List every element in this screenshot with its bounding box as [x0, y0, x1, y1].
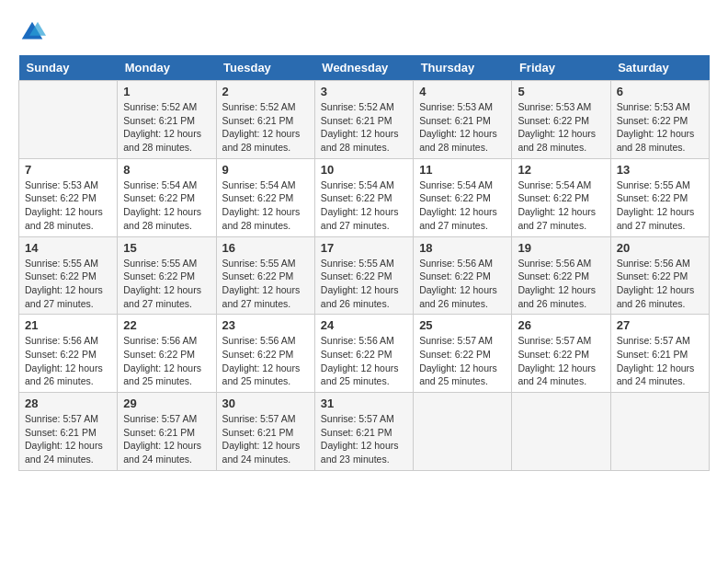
calendar-cell: 6Sunrise: 5:53 AM Sunset: 6:22 PM Daylig…: [610, 81, 709, 159]
calendar-cell: 4Sunrise: 5:53 AM Sunset: 6:21 PM Daylig…: [414, 81, 512, 159]
day-number: 6: [617, 85, 703, 98]
calendar-cell: 9Sunrise: 5:54 AM Sunset: 6:22 PM Daylig…: [216, 158, 314, 236]
day-number: 28: [25, 396, 111, 410]
day-detail: Sunrise: 5:56 AM Sunset: 6:22 PM Dayligh…: [321, 334, 407, 388]
calendar-cell: 22Sunrise: 5:56 AM Sunset: 6:22 PM Dayli…: [118, 315, 216, 393]
day-number: 5: [518, 85, 604, 98]
day-number: 7: [25, 163, 111, 177]
day-detail: Sunrise: 5:57 AM Sunset: 6:21 PM Dayligh…: [321, 412, 407, 466]
calendar-header-sunday: Sunday: [19, 55, 118, 81]
calendar-cell: 7Sunrise: 5:53 AM Sunset: 6:22 PM Daylig…: [19, 158, 118, 236]
logo: [18, 18, 50, 46]
day-number: 12: [518, 163, 604, 177]
day-detail: Sunrise: 5:55 AM Sunset: 6:22 PM Dayligh…: [123, 257, 210, 311]
calendar-week-row: 1Sunrise: 5:52 AM Sunset: 6:21 PM Daylig…: [19, 81, 710, 159]
day-detail: Sunrise: 5:56 AM Sunset: 6:22 PM Dayligh…: [123, 334, 210, 388]
calendar-header-row: SundayMondayTuesdayWednesdayThursdayFrid…: [19, 55, 710, 81]
day-detail: Sunrise: 5:57 AM Sunset: 6:21 PM Dayligh…: [123, 412, 210, 466]
day-detail: Sunrise: 5:56 AM Sunset: 6:22 PM Dayligh…: [25, 334, 111, 388]
day-detail: Sunrise: 5:53 AM Sunset: 6:22 PM Dayligh…: [25, 178, 111, 233]
day-number: 20: [617, 241, 703, 255]
day-detail: Sunrise: 5:56 AM Sunset: 6:22 PM Dayligh…: [617, 257, 703, 311]
calendar-cell: 20Sunrise: 5:56 AM Sunset: 6:22 PM Dayli…: [610, 236, 709, 315]
day-number: 24: [321, 318, 407, 332]
calendar-cell: 11Sunrise: 5:54 AM Sunset: 6:22 PM Dayli…: [414, 158, 512, 236]
day-number: 9: [222, 163, 309, 177]
calendar-header-wednesday: Wednesday: [314, 55, 413, 81]
calendar-cell: 27Sunrise: 5:57 AM Sunset: 6:21 PM Dayli…: [610, 315, 709, 393]
day-number: 18: [419, 241, 506, 255]
day-number: 11: [419, 163, 506, 177]
day-number: 15: [123, 241, 210, 255]
calendar-cell: 18Sunrise: 5:56 AM Sunset: 6:22 PM Dayli…: [414, 236, 512, 315]
calendar-cell: 12Sunrise: 5:54 AM Sunset: 6:22 PM Dayli…: [512, 158, 610, 236]
day-detail: Sunrise: 5:55 AM Sunset: 6:22 PM Dayligh…: [617, 178, 703, 233]
day-number: 16: [222, 241, 309, 255]
calendar-cell: 29Sunrise: 5:57 AM Sunset: 6:21 PM Dayli…: [118, 393, 216, 471]
day-detail: Sunrise: 5:54 AM Sunset: 6:22 PM Dayligh…: [419, 178, 506, 233]
day-number: 8: [123, 163, 210, 177]
page-header: [18, 18, 710, 46]
day-detail: Sunrise: 5:56 AM Sunset: 6:22 PM Dayligh…: [222, 334, 309, 388]
day-detail: Sunrise: 5:57 AM Sunset: 6:21 PM Dayligh…: [222, 412, 309, 466]
day-detail: Sunrise: 5:55 AM Sunset: 6:22 PM Dayligh…: [25, 257, 111, 311]
calendar-cell: 28Sunrise: 5:57 AM Sunset: 6:21 PM Dayli…: [19, 393, 118, 471]
calendar-cell: 15Sunrise: 5:55 AM Sunset: 6:22 PM Dayli…: [118, 236, 216, 315]
day-number: 22: [123, 318, 210, 332]
day-detail: Sunrise: 5:53 AM Sunset: 6:22 PM Dayligh…: [518, 100, 604, 155]
day-detail: Sunrise: 5:57 AM Sunset: 6:21 PM Dayligh…: [25, 412, 111, 466]
calendar-cell: [19, 81, 118, 159]
day-number: 4: [419, 85, 506, 98]
calendar-cell: 1Sunrise: 5:52 AM Sunset: 6:21 PM Daylig…: [118, 81, 216, 159]
calendar-cell: [414, 393, 512, 471]
day-detail: Sunrise: 5:53 AM Sunset: 6:21 PM Dayligh…: [419, 100, 506, 155]
day-number: 10: [321, 163, 407, 177]
calendar-cell: 5Sunrise: 5:53 AM Sunset: 6:22 PM Daylig…: [512, 81, 610, 159]
calendar-cell: 8Sunrise: 5:54 AM Sunset: 6:22 PM Daylig…: [118, 158, 216, 236]
day-number: 14: [25, 241, 111, 255]
day-detail: Sunrise: 5:54 AM Sunset: 6:22 PM Dayligh…: [123, 178, 210, 233]
calendar-week-row: 7Sunrise: 5:53 AM Sunset: 6:22 PM Daylig…: [19, 158, 710, 236]
calendar-cell: 2Sunrise: 5:52 AM Sunset: 6:21 PM Daylig…: [216, 81, 314, 159]
day-number: 19: [518, 241, 604, 255]
calendar-cell: 24Sunrise: 5:56 AM Sunset: 6:22 PM Dayli…: [314, 315, 413, 393]
calendar-cell: 10Sunrise: 5:54 AM Sunset: 6:22 PM Dayli…: [314, 158, 413, 236]
calendar-cell: 31Sunrise: 5:57 AM Sunset: 6:21 PM Dayli…: [314, 393, 413, 471]
calendar-cell: 21Sunrise: 5:56 AM Sunset: 6:22 PM Dayli…: [19, 315, 118, 393]
day-number: 25: [419, 318, 506, 332]
day-detail: Sunrise: 5:55 AM Sunset: 6:22 PM Dayligh…: [321, 257, 407, 311]
day-number: 21: [25, 318, 111, 332]
day-detail: Sunrise: 5:54 AM Sunset: 6:22 PM Dayligh…: [518, 178, 604, 233]
calendar-week-row: 28Sunrise: 5:57 AM Sunset: 6:21 PM Dayli…: [19, 393, 710, 471]
day-number: 26: [518, 318, 604, 332]
day-number: 27: [617, 318, 703, 332]
day-detail: Sunrise: 5:57 AM Sunset: 6:21 PM Dayligh…: [617, 334, 703, 388]
day-number: 2: [222, 85, 309, 98]
calendar-header-monday: Monday: [118, 55, 216, 81]
day-number: 23: [222, 318, 309, 332]
calendar-week-row: 21Sunrise: 5:56 AM Sunset: 6:22 PM Dayli…: [19, 315, 710, 393]
calendar-cell: 16Sunrise: 5:55 AM Sunset: 6:22 PM Dayli…: [216, 236, 314, 315]
calendar-header-saturday: Saturday: [610, 55, 709, 81]
day-number: 29: [123, 396, 210, 410]
calendar-header-thursday: Thursday: [414, 55, 512, 81]
day-number: 13: [617, 163, 703, 177]
day-detail: Sunrise: 5:52 AM Sunset: 6:21 PM Dayligh…: [222, 100, 309, 155]
calendar-cell: 25Sunrise: 5:57 AM Sunset: 6:22 PM Dayli…: [414, 315, 512, 393]
calendar-cell: 30Sunrise: 5:57 AM Sunset: 6:21 PM Dayli…: [216, 393, 314, 471]
calendar-cell: 13Sunrise: 5:55 AM Sunset: 6:22 PM Dayli…: [610, 158, 709, 236]
calendar-header-friday: Friday: [512, 55, 610, 81]
calendar-week-row: 14Sunrise: 5:55 AM Sunset: 6:22 PM Dayli…: [19, 236, 710, 315]
day-number: 1: [123, 85, 210, 98]
day-number: 31: [321, 396, 407, 410]
day-detail: Sunrise: 5:55 AM Sunset: 6:22 PM Dayligh…: [222, 257, 309, 311]
day-number: 17: [321, 241, 407, 255]
calendar-cell: [610, 393, 709, 471]
day-detail: Sunrise: 5:52 AM Sunset: 6:21 PM Dayligh…: [123, 100, 210, 155]
day-number: 3: [321, 85, 407, 98]
logo-icon: [18, 18, 46, 46]
day-detail: Sunrise: 5:53 AM Sunset: 6:22 PM Dayligh…: [617, 100, 703, 155]
calendar-cell: 3Sunrise: 5:52 AM Sunset: 6:21 PM Daylig…: [314, 81, 413, 159]
calendar-cell: 23Sunrise: 5:56 AM Sunset: 6:22 PM Dayli…: [216, 315, 314, 393]
calendar-table: SundayMondayTuesdayWednesdayThursdayFrid…: [18, 55, 710, 471]
